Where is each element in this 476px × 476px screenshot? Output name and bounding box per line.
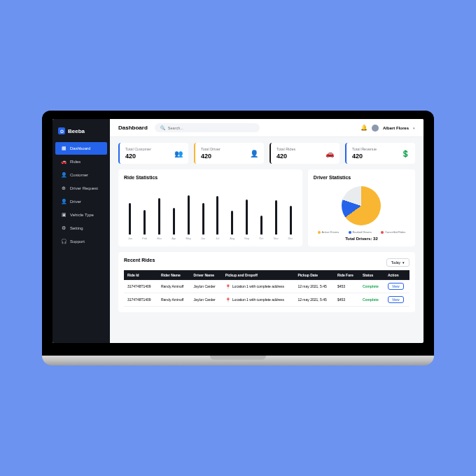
sidebar-item-driver-request[interactable]: ⊕Driver Request — [55, 182, 107, 195]
recent-rides-title: Recent Rides — [124, 258, 155, 262]
bar-column: Jun — [197, 203, 209, 241]
sidebar-item-driver[interactable]: 👤Driver — [55, 195, 107, 208]
recent-rides-card: Recent Rides Today ▾ Ride IdRider NameDr… — [118, 252, 415, 312]
bar — [158, 198, 160, 235]
stat-icon: 👥 — [174, 150, 183, 158]
bar-column: May — [182, 195, 195, 240]
bar-column: Jan — [124, 203, 136, 241]
setting-icon: ⚙ — [61, 225, 66, 231]
bar-column: Nov — [270, 200, 282, 240]
bar-column: Apr — [167, 208, 180, 241]
location-icon: 📍 — [225, 298, 230, 302]
view-button[interactable]: View — [388, 296, 404, 303]
column-header: Action — [384, 270, 410, 280]
view-button[interactable]: View — [388, 283, 404, 290]
search-input[interactable] — [168, 126, 254, 130]
brand-name: Beeba — [68, 128, 85, 134]
bar — [275, 200, 277, 234]
legend-item: Cancelled Rides — [381, 230, 405, 234]
sidebar-item-customer[interactable]: 👤Customer — [55, 169, 107, 181]
column-header: Driver Name — [190, 270, 222, 280]
app-screen: ✪ Beeba ▦Dashboard🚗Rides👤Customer⊕Driver… — [52, 119, 424, 343]
customer-icon: 👤 — [61, 172, 66, 178]
driver-stats-title: Driver Statistics — [314, 175, 410, 180]
laptop-base — [42, 356, 434, 365]
pie-legend: Active DriversBooked DriversCancelled Ri… — [314, 230, 410, 234]
ride-statistics-card: Ride Statistics JanFebMarAprMayJunJulAug… — [118, 169, 302, 246]
bar-column: Dec — [284, 206, 297, 240]
vehicle-type-icon: ▣ — [61, 212, 66, 218]
column-header: Pickup Date — [294, 270, 334, 280]
chevron-down-icon[interactable]: ▾ — [413, 126, 415, 130]
bar — [202, 203, 204, 235]
sidebar: ✪ Beeba ▦Dashboard🚗Rides👤Customer⊕Driver… — [52, 119, 110, 343]
table-row: 3174748T1409Randy AminoffJaylon Carder📍L… — [124, 293, 410, 307]
bar — [246, 200, 248, 234]
stat-card: Total Driver420👤 — [194, 143, 264, 164]
avatar[interactable] — [372, 125, 379, 132]
search-icon: 🔍 — [160, 125, 165, 130]
chevron-down-icon: ▾ — [402, 260, 405, 265]
status-badge: Complete — [363, 284, 379, 288]
column-header: Pickup and Dropoff — [222, 270, 295, 280]
brand-logo[interactable]: ✪ Beeba — [52, 125, 110, 141]
bar-column: Sep — [241, 200, 253, 240]
sidebar-item-rides[interactable]: 🚗Rides — [55, 155, 107, 168]
dashboard-icon: ▦ — [61, 146, 66, 151]
bar — [231, 211, 233, 234]
pie-chart — [342, 186, 381, 225]
column-header: Rider Name — [158, 270, 190, 280]
legend-item: Booked Drivers — [349, 230, 372, 234]
sidebar-item-dashboard[interactable]: ▦Dashboard — [55, 142, 107, 155]
stat-icon: 💲 — [401, 150, 410, 158]
location-icon: 📍 — [225, 284, 230, 289]
bar — [173, 208, 175, 235]
column-header: Status — [359, 270, 384, 280]
table-row: 3174748T1409Randy AminoffJaylon Carder📍L… — [124, 280, 410, 293]
stat-cards: Total Customer420👥Total Driver420👤Total … — [118, 143, 415, 164]
topbar: Dashboard 🔍 🔔 Albert Flores ▾ — [110, 119, 424, 137]
user-name: Albert Flores — [383, 126, 409, 130]
driver-statistics-card: Driver Statistics Active DriversBooked D… — [308, 169, 415, 246]
bar-column: Jul — [211, 196, 224, 240]
status-badge: Complete — [363, 298, 379, 302]
bar-column: Mar — [153, 198, 166, 241]
column-header: Ride Id — [124, 270, 158, 280]
recent-rides-table: Ride IdRider NameDriver NamePickup and D… — [124, 270, 410, 307]
sidebar-item-support[interactable]: 🎧Support — [55, 235, 107, 248]
logo-icon: ✪ — [58, 127, 65, 134]
date-filter[interactable]: Today ▾ — [386, 258, 410, 267]
bar-chart: JanFebMarAprMayJunJulAugSepOctNovDec — [124, 184, 297, 240]
bar-column: Oct — [255, 216, 267, 240]
bar — [129, 203, 131, 235]
notification-icon[interactable]: 🔔 — [360, 125, 368, 131]
rides-icon: 🚗 — [61, 159, 66, 164]
bar — [188, 195, 190, 234]
search-box[interactable]: 🔍 — [155, 123, 260, 132]
page-title: Dashboard — [118, 125, 148, 131]
driver-request-icon: ⊕ — [61, 186, 66, 191]
stat-card: Total Revenue420💲 — [345, 143, 415, 164]
main-area: Dashboard 🔍 🔔 Albert Flores ▾ Total Cust… — [110, 119, 424, 343]
sidebar-item-vehicle-type[interactable]: ▣Vehicle Type — [55, 209, 107, 221]
laptop-mockup: ✪ Beeba ▦Dashboard🚗Rides👤Customer⊕Driver… — [42, 111, 434, 365]
total-drivers-label: Total Drivers: 32 — [314, 237, 410, 241]
bar — [260, 216, 262, 234]
bar — [216, 196, 218, 234]
sidebar-item-setting[interactable]: ⚙Setting — [55, 222, 107, 234]
driver-icon: 👤 — [61, 199, 66, 204]
stat-card: Total Rides420🚗 — [270, 143, 340, 164]
column-header: Ride Fare — [334, 270, 359, 280]
legend-item: Active Drivers — [318, 230, 340, 234]
bar-column: Feb — [139, 210, 151, 240]
support-icon: 🎧 — [61, 239, 66, 244]
stat-card: Total Customer420👥 — [118, 143, 188, 164]
bar — [290, 206, 292, 234]
stat-icon: 🚗 — [326, 150, 334, 158]
stat-icon: 👤 — [250, 150, 258, 158]
bar — [144, 210, 146, 234]
bar-column: Aug — [226, 211, 239, 240]
ride-stats-title: Ride Statistics — [124, 175, 297, 180]
